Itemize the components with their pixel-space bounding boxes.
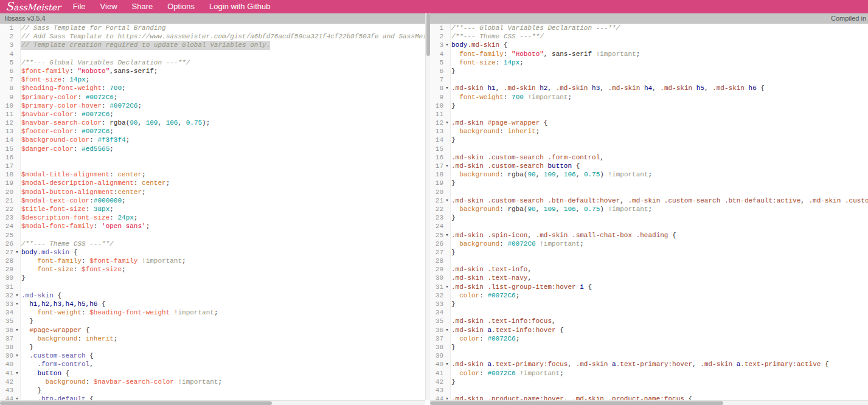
code-line[interactable]: 16.md-skin .custom-search .form-control, xyxy=(430,153,868,162)
scss-code-editor[interactable]: 1// Sass Template for Portal Branding2//… xyxy=(0,24,430,405)
code-line[interactable]: 29 font-size: $font-size; xyxy=(0,265,430,274)
code-line[interactable]: 33▾ h1,h2,h3,h4,h5,h6 { xyxy=(0,300,430,308)
scrollbar-thumb[interactable] xyxy=(0,401,272,405)
code-line[interactable]: 43 xyxy=(430,386,868,395)
code-line[interactable]: 17 xyxy=(0,162,430,170)
code-line[interactable]: 3▾body.md-skin { xyxy=(430,41,868,49)
code-line[interactable]: 34 xyxy=(430,308,868,317)
code-line[interactable]: 37 background: inherit; xyxy=(0,334,430,343)
fold-arrow-icon[interactable]: ▾ xyxy=(443,360,451,369)
fold-arrow-icon[interactable]: ▾ xyxy=(13,369,21,378)
fold-arrow-icon[interactable]: ▾ xyxy=(443,326,451,334)
code-line[interactable]: 24 xyxy=(430,222,868,230)
code-line[interactable]: 2/**--- Theme CSS ---**/ xyxy=(430,32,868,41)
code-line[interactable]: 40 .form-control, xyxy=(0,360,430,369)
code-line[interactable]: 19} xyxy=(430,179,868,187)
fold-arrow-icon[interactable]: ▾ xyxy=(13,248,21,257)
code-line[interactable]: 28 xyxy=(430,257,868,265)
code-line[interactable]: 18 background: rgba(90, 109, 106, 0.75) … xyxy=(430,170,868,179)
code-line[interactable]: 7$font-size: 14px; xyxy=(0,75,430,84)
fold-arrow-icon[interactable]: ▾ xyxy=(13,326,21,334)
code-line[interactable]: 4 font-family: "Roboto", sans-serif !imp… xyxy=(430,50,868,58)
fold-arrow-icon[interactable]: ▾ xyxy=(13,351,21,360)
code-line[interactable]: 40▾.md-skin a.text-primary:focus, .md-sk… xyxy=(430,360,868,369)
code-line[interactable]: 20 xyxy=(430,188,868,196)
code-line[interactable]: 18$modal-title-alignment: center; xyxy=(0,170,430,179)
code-line[interactable]: 19$modal-description-alignment: center; xyxy=(0,179,430,187)
code-line[interactable]: 38 } xyxy=(0,343,430,351)
code-line[interactable]: 32 color: #0072C6; xyxy=(430,291,868,300)
code-line[interactable]: 1/**--- Global Variables Declaration ---… xyxy=(430,24,868,32)
code-line[interactable]: 5 font-size: 14px; xyxy=(430,58,868,67)
code-line[interactable]: 16 xyxy=(0,153,430,162)
code-line[interactable]: 39▾ .custom-search { xyxy=(0,351,430,360)
code-line[interactable]: 15 xyxy=(430,145,868,153)
code-line[interactable]: 24$modal-font-family: 'open sans'; xyxy=(0,222,430,230)
code-line[interactable]: 11 xyxy=(430,110,868,119)
code-line[interactable]: 28 font-family: $font-family !important; xyxy=(0,257,430,265)
code-line[interactable]: 12$navbar-search-color: rgba(90, 109, 10… xyxy=(0,119,430,127)
code-line[interactable]: 39 xyxy=(430,351,868,360)
fold-arrow-icon[interactable]: ▾ xyxy=(443,283,451,291)
code-line[interactable]: 36▾.md-skin a.text-info:hover { xyxy=(430,326,868,334)
code-line[interactable]: 27} xyxy=(430,248,868,257)
code-line[interactable]: 25 xyxy=(0,231,430,240)
code-line[interactable]: 15$danger-color: #ed5565; xyxy=(0,145,430,153)
code-line[interactable]: 13$footer-color: #0072C6; xyxy=(0,127,430,136)
code-line[interactable]: 31▾.md-skin .list-group-item:hover i { xyxy=(430,283,868,291)
code-line[interactable]: 22$title-font-size: 38px; xyxy=(0,205,430,213)
menu-item-file[interactable]: File xyxy=(73,0,86,13)
css-output-editor[interactable]: 1/**--- Global Variables Declaration ---… xyxy=(430,24,868,405)
code-line[interactable]: 3// Template creation required to update… xyxy=(0,41,430,49)
sassmeister-logo[interactable]: SassMeister xyxy=(5,0,61,14)
code-line[interactable]: 8▾.md-skin h1, .md-skin h2, .md-skin h3,… xyxy=(430,84,868,92)
code-line[interactable]: 9 font-weight: 700 !important; xyxy=(430,93,868,102)
code-line[interactable]: 23} xyxy=(430,213,868,222)
code-line[interactable]: 23$description-font-size: 24px; xyxy=(0,213,430,222)
fold-arrow-icon[interactable]: ▾ xyxy=(443,84,451,92)
code-line[interactable]: 1// Sass Template for Portal Branding xyxy=(0,24,430,32)
code-line[interactable]: 12▾.md-skin #page-wrapper { xyxy=(430,119,868,127)
code-line[interactable]: 21$modal-text-color:#000000; xyxy=(0,196,430,205)
code-line[interactable]: 41▾ button { xyxy=(0,369,430,378)
code-line[interactable]: 20$modal-button-alignment:center; xyxy=(0,188,430,196)
menu-item-share[interactable]: Share xyxy=(132,0,153,13)
code-line[interactable]: 4 xyxy=(0,50,430,58)
code-line[interactable]: 8$heading-font-weight: 700; xyxy=(0,84,430,92)
code-line[interactable]: 21▾.md-skin .custom-search .btn-default:… xyxy=(430,196,868,205)
menu-item-view[interactable]: View xyxy=(100,0,117,13)
vertical-scrollbar[interactable] xyxy=(425,13,430,400)
code-line[interactable]: 43 } xyxy=(0,386,430,395)
code-line[interactable]: 22 background: rgba(90, 109, 106, 0.75) … xyxy=(430,205,868,213)
code-line[interactable]: 2// Add Sass Template to https://www.sas… xyxy=(0,32,430,41)
fold-arrow-icon[interactable]: ▾ xyxy=(443,41,451,49)
menu-item-login-with-github[interactable]: Login with Github xyxy=(209,0,270,13)
code-line[interactable]: 10} xyxy=(430,102,868,110)
code-line[interactable]: 30.md-skin .text-navy, xyxy=(430,274,868,282)
code-line[interactable]: 6$font-family: "Roboto",sans-serif; xyxy=(0,67,430,75)
code-line[interactable]: 36▾ #page-wrapper { xyxy=(0,326,430,334)
horizontal-scrollbar[interactable] xyxy=(430,400,868,405)
code-line[interactable]: 35 } xyxy=(0,317,430,325)
scrollbar-thumb[interactable] xyxy=(430,401,723,405)
code-line[interactable]: 5/**--- Global Variables Declaration ---… xyxy=(0,58,430,67)
code-line[interactable]: 37 color: #0072C6; xyxy=(430,334,868,343)
fold-arrow-icon[interactable]: ▾ xyxy=(13,300,21,308)
code-line[interactable]: 17▾.md-skin .custom-search button { xyxy=(430,162,868,170)
code-line[interactable]: 10$primary-color-hover: #0072C6; xyxy=(0,102,430,110)
code-line[interactable]: 14$background-color: #f3f3f4; xyxy=(0,136,430,144)
code-line[interactable]: 38} xyxy=(430,343,868,351)
code-line[interactable]: 35.md-skin .text-info:focus, xyxy=(430,317,868,325)
code-line[interactable]: 41 color: #0072C6 !important; xyxy=(430,369,868,378)
code-line[interactable]: 14} xyxy=(430,136,868,144)
fold-arrow-icon[interactable]: ▾ xyxy=(443,196,451,205)
code-line[interactable]: 30} xyxy=(0,274,430,282)
fold-arrow-icon[interactable]: ▾ xyxy=(443,231,451,240)
code-line[interactable]: 26/**--- Theme CSS ---**/ xyxy=(0,240,430,248)
code-line[interactable]: 13 background: inherit; xyxy=(430,127,868,136)
fold-arrow-icon[interactable]: ▾ xyxy=(443,119,451,127)
code-line[interactable]: 26 background: #0072C6 !important; xyxy=(430,240,868,248)
fold-arrow-icon[interactable]: ▾ xyxy=(443,162,451,170)
code-line[interactable]: 11$navbar-color: #0072C6; xyxy=(0,110,430,119)
code-line[interactable]: 6} xyxy=(430,67,868,75)
